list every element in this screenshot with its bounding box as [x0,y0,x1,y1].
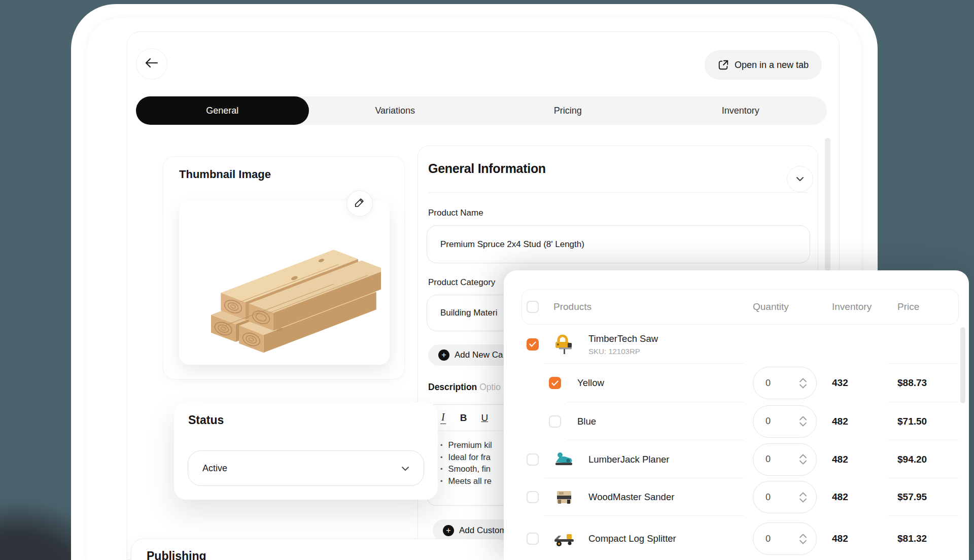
status-select[interactable]: Active [188,450,424,486]
optional-hint: Optio [479,382,501,392]
inventory-value: 482 [832,533,848,544]
row-checkbox[interactable] [527,338,539,351]
column-inventory: Inventory [832,289,872,325]
variant-row: Yellow0432$88.73 [504,364,969,402]
variant-row: Blue0482$71.50 [504,402,969,440]
status-card: Status Active [174,402,438,500]
product-name-label: Product Name [428,208,483,218]
product-name: TimberTech Saw [588,333,658,344]
italic-icon[interactable]: I [440,411,446,424]
row-checkbox[interactable] [549,415,561,428]
product-name: WoodMaster Sander [588,492,674,503]
bullet-text: Smooth, fin [448,463,491,475]
row-name-block: TimberTech SawSKU: 12103RP [588,333,658,356]
sander-icon [552,485,576,509]
screen: Open in a new tab General Variations Pri… [0,0,974,560]
inventory-value: 432 [832,377,848,389]
row-checkbox[interactable] [527,491,539,503]
thumbnail-image [179,201,390,365]
tab-variations[interactable]: Variations [309,96,482,125]
tabs-bar: General Variations Pricing Inventory [136,96,827,125]
column-quantity: Quantity [753,289,789,325]
plus-circle-icon: + [438,349,449,361]
price-value: $71.50 [897,416,927,427]
row-checkbox[interactable] [549,377,561,389]
product-name: LumberJack Planer [588,454,669,465]
row-name-block: Compact Log Splitter [588,533,676,544]
edit-thumbnail-button[interactable] [346,190,373,217]
publishing-card: Publishing [131,539,510,560]
price-value: $81.32 [897,533,927,544]
status-title: Status [188,413,224,427]
product-row: TimberTech SawSKU: 12103RP [504,325,969,364]
bold-icon[interactable]: B [460,412,467,424]
add-custom-label: Add Custom [459,526,507,536]
collapse-section-button[interactable] [787,166,813,192]
product-row: LumberJack Planer0482$94.20 [504,440,969,478]
quantity-stepper[interactable]: 0 [753,405,817,438]
quantity-stepper[interactable]: 0 [753,367,817,399]
product-row: Compact Log Splitter0482$81.32 [504,516,969,560]
external-link-icon [718,59,729,71]
bullet-text: Premium kil [448,439,492,451]
section-divider [428,192,809,193]
products-rows: TimberTech SawSKU: 12103RPYellow0432$88.… [504,325,969,560]
add-new-category-label: Add New Ca [455,350,503,360]
row-checkbox[interactable] [527,453,539,466]
stepper-arrows[interactable] [799,492,807,503]
products-scrollbar[interactable] [960,327,965,403]
quantity-stepper[interactable]: 0 [753,522,817,555]
description-label: Description Optio [428,382,501,393]
stepper-arrows[interactable] [799,534,807,544]
thumbnail-card: Thumbnail Image [163,156,405,379]
row-name-block: LumberJack Planer [588,454,669,465]
row-name-block: Blue [577,416,596,427]
quantity-value: 0 [766,454,771,465]
pencil-icon [354,197,365,210]
price-value: $94.20 [897,454,927,465]
main-scrollbar[interactable] [825,138,830,271]
tab-pricing[interactable]: Pricing [481,96,654,125]
select-all-checkbox[interactable] [527,301,539,313]
product-category-label: Product Category [428,277,495,288]
tab-general[interactable]: General [136,96,309,125]
product-category-value: Building Materi [440,308,497,318]
bullet-dot: • [440,451,443,464]
underline-icon[interactable]: U [481,412,488,424]
quantity-stepper[interactable]: 0 [753,481,817,513]
tab-inventory[interactable]: Inventory [654,96,827,125]
quantity-stepper[interactable]: 0 [753,443,817,476]
quantity-value: 0 [766,492,771,503]
column-price: Price [897,289,919,325]
row-name-block: Yellow [577,377,604,389]
bullet-dot: • [440,463,443,475]
bullet-text: Ideal for fra [448,451,491,464]
stepper-arrows[interactable] [799,454,807,465]
chevron-down-icon [796,174,804,184]
stepper-arrows[interactable] [799,378,807,389]
product-name-input[interactable] [427,225,810,263]
lumber-stack-illustration [188,209,381,357]
planer-icon [552,447,576,472]
splitter-icon [552,527,576,551]
jigsaw-icon [552,332,576,357]
inventory-value: 482 [832,454,848,465]
quantity-value: 0 [766,534,771,544]
add-new-category-button[interactable]: + Add New Ca [428,344,513,366]
products-panel: Products Quantity Inventory Price Timber… [504,270,969,560]
stepper-arrows[interactable] [799,416,807,427]
quantity-value: 0 [766,416,771,427]
back-button[interactable] [136,48,167,80]
price-value: $88.73 [897,377,927,389]
column-products: Products [553,289,592,325]
chevron-down-icon [401,463,409,474]
bullet-dot: • [440,439,443,451]
open-in-new-tab-button[interactable]: Open in a new tab [705,50,822,80]
price-value: $57.95 [897,492,927,503]
inventory-value: 482 [832,416,848,427]
row-checkbox[interactable] [527,533,539,545]
status-value: Active [202,463,227,474]
product-name: Blue [577,416,596,427]
bullet-dot: • [440,475,443,487]
inventory-value: 482 [832,492,848,503]
